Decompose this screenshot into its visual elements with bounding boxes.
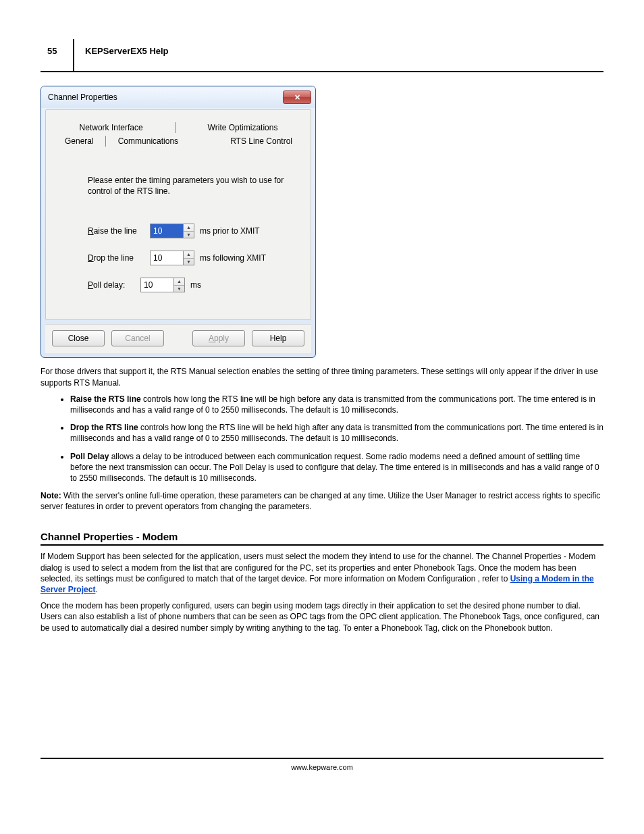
tab-general[interactable]: General <box>61 134 106 148</box>
doc-title: KEPServerEX5 Help <box>74 39 603 66</box>
spinner-buttons[interactable]: ▲▼ <box>174 278 185 292</box>
list-item: Poll Delay allows a delay to be introduc… <box>70 451 603 484</box>
drop-line-suffix: ms following XMIT <box>200 253 266 263</box>
note-paragraph: Note: With the server's online full-time… <box>41 490 603 512</box>
drop-line-input[interactable] <box>150 251 184 265</box>
spinner-buttons[interactable]: ▲▼ <box>184 224 194 238</box>
poll-delay-label: Poll delay: <box>88 280 140 290</box>
modem-paragraph-2: Once the modem has been properly configu… <box>41 600 603 633</box>
raise-line-input[interactable] <box>150 224 184 238</box>
bullet-list: Raise the RTS line controls how long the… <box>61 394 603 484</box>
page-header: 55 KEPServerEX5 Help <box>41 39 603 72</box>
chevron-down-icon[interactable]: ▼ <box>184 232 194 238</box>
dialog-title: Channel Properties <box>48 93 117 102</box>
drop-line-spinner[interactable]: ▲▼ <box>150 251 194 265</box>
intro-paragraph: For those drivers that support it, the R… <box>41 366 603 388</box>
help-button[interactable]: Help <box>252 330 304 346</box>
chevron-down-icon[interactable]: ▼ <box>184 259 194 265</box>
tab-rts-line-control[interactable]: RTS Line Control <box>218 134 296 148</box>
chevron-up-icon[interactable]: ▲ <box>174 278 184 286</box>
channel-properties-dialog: Channel Properties ✕ Network Interface W… <box>41 86 316 358</box>
page-number: 55 <box>41 39 74 72</box>
chevron-up-icon[interactable]: ▲ <box>184 224 194 232</box>
chevron-up-icon[interactable]: ▲ <box>184 251 194 259</box>
cancel-button[interactable]: Cancel <box>111 330 164 346</box>
raise-line-suffix: ms prior to XMIT <box>200 226 260 236</box>
dialog-instruction: Please enter the timing parameters you w… <box>88 175 292 197</box>
list-item: Drop the RTS line controls how long the … <box>70 422 603 444</box>
modem-paragraph-1: If Modem Support has been selected for t… <box>41 551 603 595</box>
poll-delay-suffix: ms <box>190 280 201 290</box>
chevron-down-icon[interactable]: ▼ <box>174 286 184 292</box>
dialog-button-row: Close Cancel Apply Help <box>45 324 311 353</box>
dialog-titlebar: Channel Properties ✕ <box>41 86 315 108</box>
page-footer: www.kepware.com <box>41 758 603 771</box>
poll-delay-input[interactable] <box>140 278 174 292</box>
list-item: Raise the RTS line controls how long the… <box>70 394 603 415</box>
spinner-buttons[interactable]: ▲▼ <box>184 251 194 265</box>
apply-button[interactable]: Apply <box>192 330 245 346</box>
raise-line-label: Raise the line <box>88 226 150 236</box>
section-heading-modem: Channel Properties - Modem <box>41 531 603 546</box>
dialog-tabs: Network Interface Write Optimizations Ge… <box>61 121 296 148</box>
drop-line-row: Drop the line ▲▼ ms following XMIT <box>88 251 298 265</box>
close-icon[interactable]: ✕ <box>283 90 311 104</box>
tab-network-interface[interactable]: Network Interface <box>68 121 155 134</box>
tab-communications[interactable]: Communications <box>106 134 190 148</box>
drop-line-label: Drop the line <box>88 253 150 263</box>
close-button[interactable]: Close <box>52 330 105 346</box>
poll-delay-row: Poll delay: ▲▼ ms <box>88 278 298 292</box>
tab-write-optimizations[interactable]: Write Optimizations <box>196 121 290 134</box>
raise-line-spinner[interactable]: ▲▼ <box>150 224 194 238</box>
poll-delay-spinner[interactable]: ▲▼ <box>140 278 185 292</box>
raise-line-row: Raise the line ▲▼ ms prior to XMIT <box>88 224 298 238</box>
